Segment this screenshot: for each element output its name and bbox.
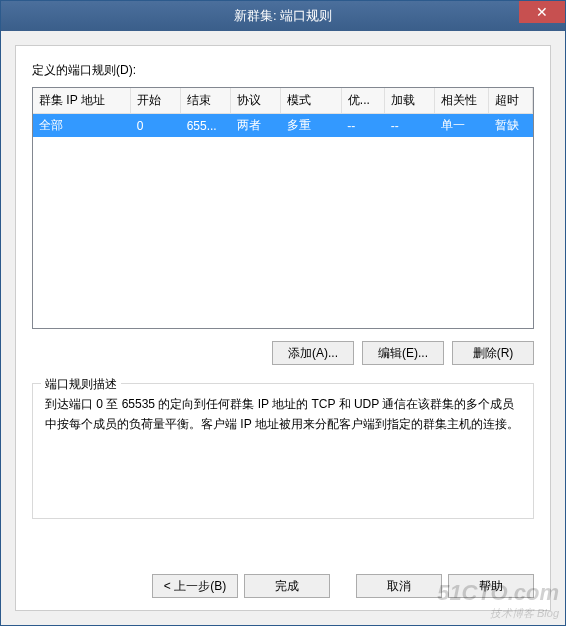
cell-cluster-ip: 全部: [33, 114, 131, 138]
description-title: 端口规则描述: [41, 376, 121, 393]
finish-button[interactable]: 完成: [244, 574, 330, 598]
add-button[interactable]: 添加(A)...: [272, 341, 354, 365]
table-row[interactable]: 全部 0 655... 两者 多重 -- -- 单一 暂缺: [33, 114, 533, 138]
content-area: 定义的端口规则(D): 群集 IP 地址 开始 结束 协议 模式 优... 加载…: [15, 45, 551, 611]
close-button[interactable]: ✕: [519, 1, 565, 23]
close-icon: ✕: [536, 4, 548, 20]
define-rules-label: 定义的端口规则(D):: [32, 62, 534, 79]
description-text: 到达端口 0 至 65535 的定向到任何群集 IP 地址的 TCP 和 UDP…: [45, 394, 521, 504]
cell-mode: 多重: [281, 114, 342, 138]
col-priority[interactable]: 优...: [341, 88, 384, 114]
cell-start: 0: [131, 114, 181, 138]
edit-button[interactable]: 编辑(E)...: [362, 341, 444, 365]
help-button[interactable]: 帮助: [448, 574, 534, 598]
cell-priority: --: [341, 114, 384, 138]
port-rules-table-container: 群集 IP 地址 开始 结束 协议 模式 优... 加载 相关性 超时 全部 0: [32, 87, 534, 329]
cell-protocol: 两者: [231, 114, 281, 138]
back-button[interactable]: < 上一步(B): [152, 574, 238, 598]
cell-end: 655...: [181, 114, 231, 138]
rule-buttons-row: 添加(A)... 编辑(E)... 删除(R): [32, 341, 534, 365]
title-bar: 新群集: 端口规则 ✕: [1, 1, 565, 31]
col-protocol[interactable]: 协议: [231, 88, 281, 114]
col-mode[interactable]: 模式: [281, 88, 342, 114]
description-group: 端口规则描述 到达端口 0 至 65535 的定向到任何群集 IP 地址的 TC…: [32, 383, 534, 519]
col-start[interactable]: 开始: [131, 88, 181, 114]
remove-button[interactable]: 删除(R): [452, 341, 534, 365]
col-affinity[interactable]: 相关性: [435, 88, 489, 114]
col-end[interactable]: 结束: [181, 88, 231, 114]
col-cluster-ip[interactable]: 群集 IP 地址: [33, 88, 131, 114]
footer-buttons: < 上一步(B) 完成 取消 帮助: [16, 562, 550, 610]
col-load[interactable]: 加载: [385, 88, 435, 114]
cancel-button[interactable]: 取消: [356, 574, 442, 598]
cell-timeout: 暂缺: [489, 114, 533, 138]
cell-affinity: 单一: [435, 114, 489, 138]
cell-load: --: [385, 114, 435, 138]
port-rules-table[interactable]: 群集 IP 地址 开始 结束 协议 模式 优... 加载 相关性 超时 全部 0: [33, 88, 533, 137]
dialog-window: 新群集: 端口规则 ✕ 定义的端口规则(D): 群集 IP 地址 开始 结束 协…: [0, 0, 566, 626]
col-timeout[interactable]: 超时: [489, 88, 533, 114]
window-title: 新群集: 端口规则: [1, 7, 565, 25]
table-header-row: 群集 IP 地址 开始 结束 协议 模式 优... 加载 相关性 超时: [33, 88, 533, 114]
